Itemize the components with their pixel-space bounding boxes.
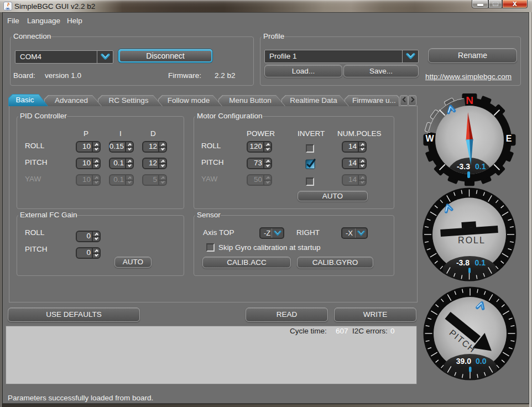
svg-text:0.1: 0.1	[475, 162, 486, 171]
svg-text:0.1: 0.1	[475, 258, 486, 267]
svg-text:ROLL: ROLL	[458, 236, 486, 245]
svg-text:E: E	[506, 134, 512, 143]
svg-text:-3.8: -3.8	[456, 258, 470, 267]
svg-text:W: W	[425, 134, 434, 143]
svg-text:0.0: 0.0	[476, 357, 487, 366]
svg-text:N: N	[466, 95, 473, 106]
svg-text:-3.3: -3.3	[457, 162, 470, 171]
svg-text:39.0: 39.0	[456, 357, 471, 366]
